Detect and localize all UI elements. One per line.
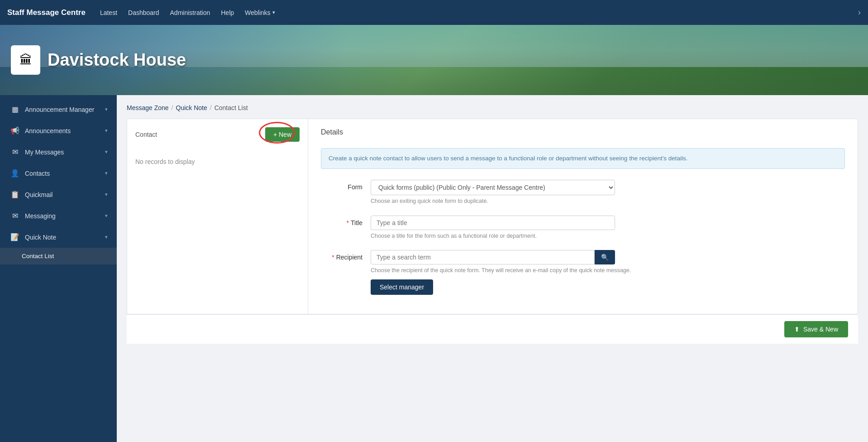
chevron-icon: ▾	[105, 234, 108, 240]
breadcrumb-sep-1: /	[172, 104, 173, 111]
sidebar-item-label: Quickmail	[25, 191, 52, 198]
contact-list-panel: Contact + New No records to display	[127, 119, 308, 314]
main-layout: ▦ Announcement Manager ▾ 📢 Announcements…	[0, 95, 868, 442]
form-field-form: Quick forms (public) (Public Only - Pare…	[371, 180, 845, 206]
breadcrumb: Message Zone / Quick Note / Contact List	[127, 104, 858, 111]
top-nav-links: Latest Dashboard Administration Help Web…	[100, 7, 275, 18]
messaging-icon: ✉	[10, 211, 19, 220]
breadcrumb-sep-2: /	[210, 104, 212, 111]
sidebar-item-messaging[interactable]: ✉ Messaging ▾	[0, 205, 117, 226]
chevron-icon: ▾	[105, 213, 108, 219]
contact-col-label: Contact	[135, 131, 157, 138]
top-navigation: Staff Message Centre Latest Dashboard Ad…	[0, 0, 868, 25]
banner-logo: 🏛	[11, 45, 40, 75]
save-area: ⬆ Save & New	[127, 314, 858, 344]
main-content: Message Zone / Quick Note / Contact List…	[117, 95, 868, 442]
my-messages-icon: ✉	[10, 148, 19, 156]
nav-link-administration[interactable]: Administration	[170, 7, 210, 18]
form-row-recipient: *Recipient 🔍 Choose the recipient of the…	[321, 250, 845, 295]
details-panel: Details Create a quick note contact to a…	[308, 119, 858, 314]
sidebar-item-quick-note[interactable]: 📝 Quick Note ▾	[0, 226, 117, 248]
announcements-icon: 📢	[10, 126, 19, 135]
search-icon: 🔍	[601, 254, 609, 261]
form-row-form: Form Quick forms (public) (Public Only -…	[321, 180, 845, 206]
sidebar-item-contacts[interactable]: 👤 Contacts ▾	[0, 163, 117, 184]
quick-note-icon: 📝	[10, 233, 19, 241]
chevron-icon: ▾	[105, 170, 108, 176]
banner-title-area: 🏛 Davistock House	[0, 36, 197, 84]
breadcrumb-quick-note[interactable]: Quick Note	[176, 104, 207, 111]
announcement-manager-icon: ▦	[10, 105, 19, 114]
sidebar-item-label: Messaging	[25, 212, 56, 220]
info-box: Create a quick note contact to allow use…	[321, 148, 845, 169]
save-new-button[interactable]: ⬆ Save & New	[784, 321, 848, 337]
sidebar-item-announcement-manager[interactable]: ▦ Announcement Manager ▾	[0, 99, 117, 120]
quickmail-icon: 📋	[10, 190, 19, 199]
logo-emoji: 🏛	[19, 53, 32, 67]
title-help-text: Choose a title for the form such as a fu…	[371, 232, 845, 240]
form-label-title: *Title	[321, 216, 371, 226]
sidebar-item-my-messages[interactable]: ✉ My Messages ▾	[0, 141, 117, 163]
select-manager-button[interactable]: Select manager	[371, 279, 433, 295]
form-help-text: Choose an exiting quick note form to dup…	[371, 197, 845, 206]
nav-link-dashboard[interactable]: Dashboard	[128, 7, 159, 18]
nav-right-arrow: ›	[858, 8, 861, 17]
required-indicator-recipient: *	[332, 254, 334, 261]
upload-icon: ⬆	[794, 326, 800, 333]
recipient-search-row: 🔍	[371, 250, 615, 264]
details-header: Details	[321, 128, 845, 141]
sidebar-item-label: Quick Note	[25, 234, 56, 241]
title-input[interactable]	[371, 216, 615, 230]
nav-link-help[interactable]: Help	[221, 7, 234, 18]
form-field-title: Choose a title for the form such as a fu…	[371, 216, 845, 240]
sidebar: ▦ Announcement Manager ▾ 📢 Announcements…	[0, 95, 117, 442]
new-contact-button[interactable]: + New	[265, 127, 300, 142]
nav-link-weblinks[interactable]: Weblinks ▾	[245, 7, 275, 18]
weblinks-dropdown-arrow: ▾	[272, 10, 275, 15]
contacts-icon: 👤	[10, 169, 19, 178]
sidebar-item-label: Announcement Manager	[25, 106, 94, 113]
breadcrumb-contact-list: Contact List	[215, 104, 248, 111]
sidebar-item-label: Contacts	[25, 170, 50, 177]
form-field-recipient: 🔍 Choose the recipient of the quick note…	[371, 250, 845, 295]
banner-school-name: Davistock House	[48, 50, 186, 70]
form-select-input[interactable]: Quick forms (public) (Public Only - Pare…	[371, 180, 615, 195]
nav-link-latest[interactable]: Latest	[100, 7, 117, 18]
banner: 🏛 Davistock House	[0, 25, 868, 95]
recipient-search-button[interactable]: 🔍	[595, 250, 615, 264]
chevron-icon: ▾	[105, 192, 108, 197]
chevron-icon: ▾	[105, 128, 108, 134]
sidebar-item-label: Announcements	[25, 127, 71, 135]
form-label-recipient: *Recipient	[321, 250, 371, 261]
required-indicator: *	[347, 219, 349, 226]
recipient-help-text: Choose the recipient of the quick note f…	[371, 267, 845, 275]
sidebar-item-contact-list[interactable]: Contact List	[0, 248, 117, 264]
main-card: Contact + New No records to display Deta…	[127, 119, 858, 314]
sidebar-submenu: Contact List	[0, 248, 117, 264]
sidebar-item-quickmail[interactable]: 📋 Quickmail ▾	[0, 184, 117, 205]
new-button-wrapper: + New	[265, 127, 300, 142]
form-label-form: Form	[321, 180, 371, 191]
chevron-icon: ▾	[105, 106, 108, 112]
sidebar-item-announcements[interactable]: 📢 Announcements ▾	[0, 120, 117, 141]
sidebar-item-label: My Messages	[25, 149, 64, 156]
breadcrumb-message-zone[interactable]: Message Zone	[127, 104, 169, 111]
no-records-message: No records to display	[135, 149, 300, 174]
app-brand: Staff Message Centre	[7, 8, 86, 17]
chevron-icon: ▾	[105, 149, 108, 155]
recipient-search-input[interactable]	[371, 250, 595, 264]
left-panel-header: Contact + New	[135, 127, 300, 142]
form-row-title: *Title Choose a title for the form such …	[321, 216, 845, 240]
